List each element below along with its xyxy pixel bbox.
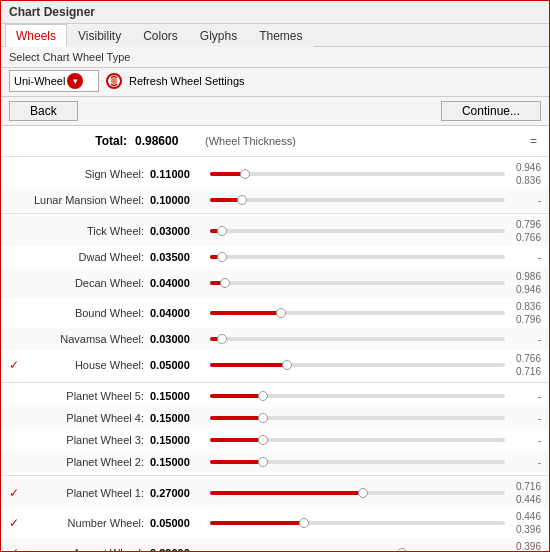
slider-thumb[interactable] — [217, 226, 227, 236]
slider-thumb[interactable] — [299, 518, 309, 528]
wheel-value-label: 0.15000 — [150, 434, 210, 446]
wheel-range-values: 0.7160.446 — [505, 480, 541, 506]
tab-visibility[interactable]: Visibility — [67, 24, 132, 47]
wheel-range-values: 0.8360.796 — [505, 300, 541, 326]
wheel-slider[interactable] — [210, 305, 505, 321]
slider-fill — [210, 438, 263, 442]
slider-thumb[interactable] — [282, 360, 292, 370]
wheel-range-values: 0.3960 — [505, 540, 541, 551]
wheel-name-label: Bound Wheel: — [25, 307, 150, 319]
wheel-row: Bound Wheel:0.040000.8360.796 — [1, 298, 549, 328]
content-area: Total: 0.98600 (Wheel Thickness) = Sign … — [1, 126, 549, 551]
refresh-icon[interactable] — [105, 72, 123, 90]
wheel-value-label: 0.05000 — [150, 517, 210, 529]
wheel-slider[interactable] — [210, 249, 505, 265]
wheel-value-label: 0.27000 — [150, 487, 210, 499]
wheel-name-label: Planet Wheel 1: — [25, 487, 150, 499]
wheel-name-label: Decan Wheel: — [25, 277, 150, 289]
slider-thumb[interactable] — [217, 252, 227, 262]
slider-track — [210, 394, 505, 398]
wheel-slider[interactable] — [210, 432, 505, 448]
slider-track — [210, 460, 505, 464]
main-window: Chart Designer WheelsVisibilityColorsGly… — [0, 0, 550, 552]
slider-thumb[interactable] — [276, 308, 286, 318]
wheel-name-label: House Wheel: — [25, 359, 150, 371]
wheel-range-values: - — [505, 434, 541, 447]
wheel-name-label: Planet Wheel 5: — [25, 390, 150, 402]
wheel-slider[interactable] — [210, 192, 505, 208]
slider-track — [210, 172, 505, 176]
wheel-name-label: Aspect Wheel: — [25, 547, 150, 551]
wheel-row: Lunar Mansion Wheel:0.10000- — [1, 189, 549, 211]
slider-thumb[interactable] — [258, 435, 268, 445]
toolbar: Select Chart Wheel Type — [1, 47, 549, 68]
total-description: (Wheel Thickness) — [205, 135, 530, 147]
slider-track — [210, 491, 505, 495]
check-icon: ✓ — [9, 546, 25, 551]
wheel-name-label: Planet Wheel 2: — [25, 456, 150, 468]
slider-track — [210, 255, 505, 259]
slider-thumb[interactable] — [220, 278, 230, 288]
wheel-type-select[interactable]: Uni-Wheel ▾ — [9, 70, 99, 92]
wheel-row: Dwad Wheel:0.03500- — [1, 246, 549, 268]
check-icon: ✓ — [9, 516, 25, 530]
wheel-range-values: - — [505, 390, 541, 403]
wheel-value-label: 0.04000 — [150, 307, 210, 319]
tab-glyphs[interactable]: Glyphs — [189, 24, 248, 47]
wheel-row: Navamsa Wheel:0.03000- — [1, 328, 549, 350]
slider-fill — [210, 363, 287, 367]
wheel-name-label: Sign Wheel: — [25, 168, 150, 180]
slider-thumb[interactable] — [358, 488, 368, 498]
wheel-slider[interactable] — [210, 223, 505, 239]
slider-thumb[interactable] — [240, 169, 250, 179]
wheel-slider[interactable] — [210, 331, 505, 347]
wheel-name-label: Dwad Wheel: — [25, 251, 150, 263]
total-value: 0.98600 — [135, 134, 205, 148]
slider-thumb[interactable] — [258, 413, 268, 423]
wheel-range-values: - — [505, 333, 541, 346]
tabs-bar: WheelsVisibilityColorsGlyphsThemes — [1, 24, 549, 47]
title-bar: Chart Designer — [1, 1, 549, 24]
wheel-slider[interactable] — [210, 485, 505, 501]
slider-thumb[interactable] — [397, 548, 407, 551]
tab-colors[interactable]: Colors — [132, 24, 189, 47]
slider-thumb[interactable] — [217, 334, 227, 344]
wheel-row: Sign Wheel:0.110000.9460.836 — [1, 159, 549, 189]
nav-bar: Back Continue... — [1, 97, 549, 126]
slider-track — [210, 311, 505, 315]
check-icon: ✓ — [9, 486, 25, 500]
slider-fill — [210, 311, 281, 315]
wheel-slider[interactable] — [210, 166, 505, 182]
wheel-slider[interactable] — [210, 275, 505, 291]
slider-fill — [210, 460, 263, 464]
wheel-slider[interactable] — [210, 454, 505, 470]
slider-track — [210, 416, 505, 420]
slider-track — [210, 281, 505, 285]
slider-thumb[interactable] — [258, 391, 268, 401]
slider-track — [210, 521, 505, 525]
wheel-row: Tick Wheel:0.030000.7960.766 — [1, 216, 549, 246]
wheel-slider[interactable] — [210, 357, 505, 373]
wheel-range-values: 0.4460.396 — [505, 510, 541, 536]
wheel-value-label: 0.39600 — [150, 547, 210, 551]
tab-themes[interactable]: Themes — [248, 24, 313, 47]
wheel-name-label: Number Wheel: — [25, 517, 150, 529]
slider-track — [210, 337, 505, 341]
slider-thumb[interactable] — [237, 195, 247, 205]
wheel-slider[interactable] — [210, 545, 505, 551]
wheel-slider[interactable] — [210, 388, 505, 404]
slider-fill — [210, 491, 363, 495]
wheel-range-values: 0.7960.766 — [505, 218, 541, 244]
wheel-range-values: - — [505, 194, 541, 207]
slider-fill — [210, 416, 263, 420]
wheel-value-label: 0.10000 — [150, 194, 210, 206]
continue-button[interactable]: Continue... — [441, 101, 541, 121]
wheel-rows-container: Sign Wheel:0.110000.9460.836Lunar Mansio… — [1, 159, 549, 551]
wheel-slider[interactable] — [210, 410, 505, 426]
wheel-value-label: 0.15000 — [150, 390, 210, 402]
tab-wheels[interactable]: Wheels — [5, 24, 67, 47]
slider-thumb[interactable] — [258, 457, 268, 467]
back-button[interactable]: Back — [9, 101, 78, 121]
wheel-slider[interactable] — [210, 515, 505, 531]
chevron-down-icon: ▾ — [67, 73, 83, 89]
